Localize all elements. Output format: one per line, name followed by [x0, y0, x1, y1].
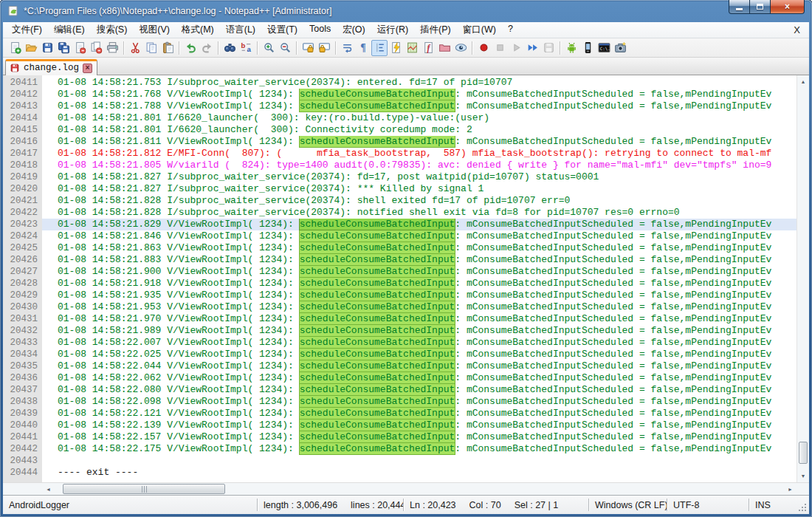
- log-line-text[interactable]: 01-08 14:58:21.846 V/ViewRootImpl( 1234)…: [42, 230, 796, 242]
- scroll-left-icon[interactable]: ◄: [42, 483, 55, 495]
- menu-item-4[interactable]: 格式(M): [176, 22, 220, 38]
- find-button[interactable]: [221, 40, 238, 56]
- redo-button[interactable]: [199, 40, 215, 56]
- show-indent-guide-button[interactable]: [371, 40, 388, 56]
- minimize-button[interactable]: [729, 0, 750, 14]
- user-language-dialog-button[interactable]: [388, 40, 404, 56]
- log-line-text[interactable]: 01-08 14:58:21.935 V/ViewRootImpl( 1234)…: [42, 290, 796, 301]
- log-line-text[interactable]: 01-08 14:58:21.827 I/subproc_waiter_serv…: [42, 183, 796, 195]
- log-line-text[interactable]: 01-08 14:58:21.827 I/subproc_waiter_serv…: [42, 171, 796, 183]
- plugin-console-button[interactable]: C:\.: [596, 40, 612, 56]
- menu-item-10[interactable]: 插件(P): [414, 22, 457, 38]
- menu-item-5[interactable]: 语言(L): [220, 22, 261, 38]
- menu-close-document-button[interactable]: X: [785, 24, 809, 35]
- paste-button[interactable]: [159, 40, 176, 56]
- folder-as-workspace-button[interactable]: [436, 40, 453, 56]
- menu-item-2[interactable]: 搜索(S): [91, 22, 134, 38]
- word-wrap-button[interactable]: [339, 40, 355, 56]
- menu-item-7[interactable]: Tools: [303, 22, 337, 38]
- log-line-text[interactable]: 01-08 14:58:21.811 V/ViewRootImpl( 1234)…: [42, 136, 796, 148]
- log-line-text[interactable]: 01-08 14:58:22.098 V/ViewRootImpl( 1234)…: [42, 396, 796, 408]
- log-line-text[interactable]: 01-08 14:58:21.801 I/6620_launcher( 300)…: [42, 124, 796, 136]
- new-file-button[interactable]: [7, 40, 23, 56]
- log-line-text[interactable]: 01-08 14:58:21.900 V/ViewRootImpl( 1234)…: [42, 266, 796, 278]
- log-line-text[interactable]: 01-08 14:58:21.801 I/6620_launcher( 300)…: [42, 112, 796, 124]
- log-line-text[interactable]: [42, 455, 796, 467]
- vertical-scrollbar[interactable]: ▲ ▼: [796, 75, 809, 482]
- log-line-text[interactable]: 01-08 14:58:21.970 V/ViewRootImpl( 1234)…: [42, 313, 796, 325]
- plugin-phone-button[interactable]: [579, 40, 596, 56]
- log-text-segment: 01-08 14:58:21.970 V/ViewRootImpl( 1234)…: [58, 313, 300, 324]
- menu-item-1[interactable]: 编辑(E): [48, 22, 91, 38]
- macro-run-multiple-button[interactable]: [524, 40, 540, 56]
- function-list-button[interactable]: f: [420, 40, 436, 56]
- save-all-button[interactable]: [55, 40, 72, 56]
- zoom-out-button[interactable]: [277, 40, 293, 56]
- log-line-text[interactable]: 01-08 14:58:21.768 V/ViewRootImpl( 1234)…: [42, 89, 796, 100]
- scroll-grip: [144, 486, 145, 493]
- document-monitor-button[interactable]: [453, 40, 469, 56]
- scroll-up-icon[interactable]: ▲: [797, 75, 809, 88]
- horizontal-scroll-track[interactable]: [55, 483, 784, 495]
- log-line-text[interactable]: 01-08 14:58:21.828 I/subproc_waiter_serv…: [42, 207, 796, 219]
- plugin-android-button[interactable]: [563, 40, 579, 56]
- menu-item-3[interactable]: 视图(V): [133, 22, 176, 38]
- log-line-text[interactable]: 01-08 14:58:21.883 V/ViewRootImpl( 1234)…: [42, 254, 796, 266]
- open-file-button[interactable]: [23, 40, 39, 56]
- sync-scroll-h-button[interactable]: [316, 40, 332, 56]
- copy-button[interactable]: [143, 40, 159, 56]
- log-line-text[interactable]: 01-08 14:58:21.805 W/viarild ( 824): typ…: [42, 160, 796, 171]
- log-line-text[interactable]: 01-08 14:58:21.829 V/ViewRootImpl( 1234)…: [42, 219, 796, 230]
- log-line-text[interactable]: 01-08 14:58:22.062 V/ViewRootImpl( 1234)…: [42, 372, 796, 384]
- tab-close-icon[interactable]: ×: [83, 64, 92, 73]
- log-line-text[interactable]: 01-08 14:58:21.828 I/subproc_waiter_serv…: [42, 195, 796, 207]
- replace-button[interactable]: ba: [238, 40, 254, 56]
- cut-button[interactable]: [127, 40, 143, 56]
- log-line-text[interactable]: 01-08 14:58:21.812 E/MFI-Conn( 807): ( m…: [42, 148, 796, 160]
- log-line-text[interactable]: 01-08 14:58:21.989 V/ViewRootImpl( 1234)…: [42, 325, 796, 337]
- zoom-in-button[interactable]: [261, 40, 277, 56]
- menu-item-6[interactable]: 设置(T): [261, 22, 303, 38]
- menu-item-8[interactable]: 宏(O): [337, 22, 371, 38]
- log-line-text[interactable]: 01-08 14:58:22.139 V/ViewRootImpl( 1234)…: [42, 420, 796, 431]
- close-file-button[interactable]: [72, 40, 88, 56]
- menu-item-12[interactable]: ?: [502, 22, 519, 38]
- log-line-text[interactable]: 01-08 14:58:22.025 V/ViewRootImpl( 1234)…: [42, 349, 796, 360]
- menu-item-0[interactable]: 文件(F): [6, 22, 48, 38]
- log-line-text[interactable]: 01-08 14:58:22.044 V/ViewRootImpl( 1234)…: [42, 360, 796, 372]
- maximize-button[interactable]: [750, 0, 770, 14]
- print-button[interactable]: [104, 40, 120, 56]
- menu-item-9[interactable]: 运行(R): [371, 22, 414, 38]
- document-map-button[interactable]: [404, 40, 420, 56]
- show-all-characters-button[interactable]: ¶: [355, 40, 371, 56]
- vertical-scroll-track[interactable]: [797, 88, 809, 470]
- log-line-text[interactable]: 01-08 14:58:22.121 V/ViewRootImpl( 1234)…: [42, 408, 796, 420]
- log-line-text[interactable]: ---- exit ----: [42, 467, 796, 479]
- macro-record-button[interactable]: [475, 40, 492, 56]
- tab-change-log[interactable]: change.log ×: [5, 59, 97, 75]
- vertical-scroll-thumb[interactable]: [799, 442, 808, 464]
- scroll-down-icon[interactable]: ▼: [797, 470, 809, 482]
- plugin-screenshot-button[interactable]: [612, 40, 628, 56]
- horizontal-scroll-thumb[interactable]: [63, 484, 225, 494]
- log-line-text[interactable]: 01-08 14:58:21.918 V/ViewRootImpl( 1234)…: [42, 278, 796, 290]
- log-text-segment: 01-08 14:58:21.829 V/ViewRootImpl( 1234)…: [58, 219, 300, 230]
- horizontal-scrollbar[interactable]: ◄ ►: [3, 482, 809, 495]
- text-editor[interactable]: 2041101-08 14:58:21.753 I/subproc_waiter…: [3, 75, 796, 482]
- log-line-text[interactable]: 01-08 14:58:22.175 V/ViewRootImpl( 1234)…: [42, 443, 796, 455]
- menu-item-11[interactable]: 窗口(W): [457, 22, 502, 38]
- sync-scroll-v-button[interactable]: [300, 40, 316, 56]
- scroll-right-icon[interactable]: ►: [784, 483, 796, 495]
- log-line-text[interactable]: 01-08 14:58:22.157 V/ViewRootImpl( 1234)…: [42, 431, 796, 443]
- resize-grip-icon[interactable]: [805, 510, 806, 511]
- close-button[interactable]: ×: [770, 0, 805, 14]
- log-line-text[interactable]: 01-08 14:58:21.863 V/ViewRootImpl( 1234)…: [42, 242, 796, 254]
- save-button[interactable]: [39, 40, 55, 56]
- log-line-text[interactable]: 01-08 14:58:21.953 V/ViewRootImpl( 1234)…: [42, 301, 796, 313]
- undo-button[interactable]: [182, 40, 199, 56]
- log-line-text[interactable]: 01-08 14:58:21.753 I/subproc_waiter_serv…: [42, 77, 796, 89]
- close-all-button[interactable]: [88, 40, 104, 56]
- log-line-text[interactable]: 01-08 14:58:22.080 V/ViewRootImpl( 1234)…: [42, 384, 796, 396]
- log-line-text[interactable]: 01-08 14:58:22.007 V/ViewRootImpl( 1234)…: [42, 337, 796, 349]
- log-line-text[interactable]: 01-08 14:58:21.788 V/ViewRootImpl( 1234)…: [42, 100, 796, 112]
